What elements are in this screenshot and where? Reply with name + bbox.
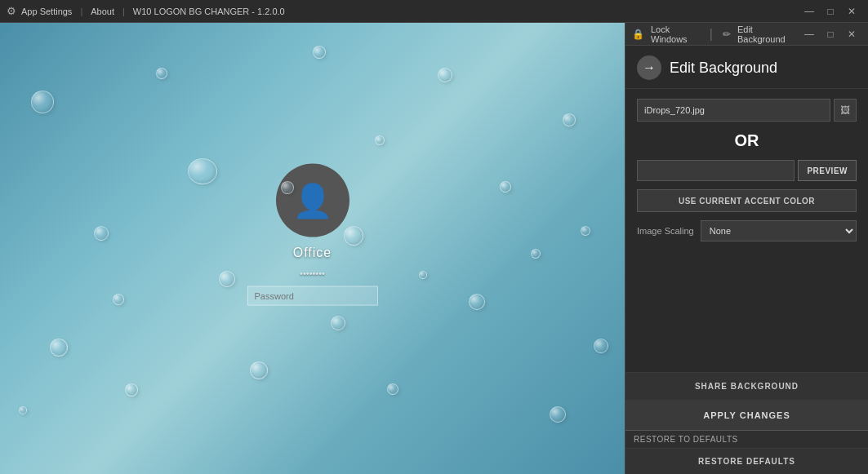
water-drop <box>438 68 452 82</box>
restore-defaults-button[interactable]: RESTORE DEFAULTS <box>625 448 868 474</box>
avatar: 👤 <box>276 163 349 237</box>
title-bar-buttons: — □ ✕ <box>799 3 861 20</box>
water-drop <box>94 226 109 241</box>
panel-close-button[interactable]: ✕ <box>842 26 861 42</box>
use-accent-color-button[interactable]: USE CURRENT ACCENT COLOR <box>637 189 857 212</box>
title-bar: ⚙ App Settings | About | W10 LOGON BG CH… <box>0 0 868 23</box>
edit-background-tab[interactable]: Edit Background <box>737 24 793 44</box>
scaling-select[interactable]: None Fill Fit Stretch Tile Center <box>701 220 857 241</box>
file-input[interactable] <box>637 99 830 122</box>
scaling-label: Image Scaling <box>637 226 694 236</box>
panel-footer: SHARE BACKGROUND APPLY CHANGES RESTORE T… <box>625 372 868 474</box>
panel-header: → Edit Background <box>625 46 868 89</box>
water-drop <box>219 271 235 287</box>
panel-sep: | <box>710 27 713 42</box>
file-browse-button[interactable]: 🖼 <box>834 99 857 122</box>
water-drop <box>594 339 608 353</box>
panel-title-btns: — □ ✕ <box>799 26 861 42</box>
avatar-icon: 👤 <box>292 184 333 216</box>
share-background-button[interactable]: SHARE BACKGROUND <box>625 373 868 401</box>
water-drop <box>113 294 124 305</box>
panel-content: 🖼 OR PREVIEW USE CURRENT ACCENT COLOR Im… <box>625 89 868 372</box>
app-icon: ⚙ <box>7 5 16 17</box>
water-drop <box>375 135 385 145</box>
or-label: OR <box>637 130 857 152</box>
water-drop <box>281 181 294 194</box>
menu-app-settings[interactable]: App Settings <box>21 7 72 16</box>
maximize-button[interactable]: □ <box>821 3 840 20</box>
water-drop <box>188 158 217 184</box>
title-bar-left: ⚙ App Settings | About | W10 LOGON BG CH… <box>7 5 285 17</box>
panel-maximize-button[interactable]: □ <box>821 26 840 42</box>
water-drop <box>156 68 167 79</box>
sep2: | <box>122 7 125 16</box>
water-drop <box>331 316 345 330</box>
spacer <box>637 250 857 362</box>
water-drop <box>125 383 138 396</box>
water-drop <box>31 91 54 113</box>
minimize-button[interactable]: — <box>799 3 819 20</box>
water-drop <box>387 383 398 395</box>
preview-button[interactable]: PREVIEW <box>798 160 857 181</box>
water-drop <box>531 249 541 259</box>
water-drop <box>19 406 27 414</box>
image-icon: 🖼 <box>840 104 850 116</box>
main-layout: 👤 Office •••••••• 🔒 Lock Windows | ✏ Edi… <box>0 23 868 474</box>
password-input[interactable] <box>247 286 378 305</box>
apply-changes-button[interactable]: APPLY CHANGES <box>625 401 868 430</box>
water-drop <box>313 46 326 59</box>
user-subtitle: •••••••• <box>300 268 325 277</box>
lock-label: Lock Windows <box>651 24 700 44</box>
water-drop <box>250 361 268 379</box>
sep1: | <box>80 7 82 16</box>
water-drop <box>550 406 566 423</box>
panel-minimize-button[interactable]: — <box>799 26 819 42</box>
panel-titlebar: 🔒 Lock Windows | ✏ Edit Background — □ ✕ <box>625 23 868 46</box>
water-drop <box>500 181 511 193</box>
water-drop <box>563 113 576 126</box>
preview-pane: 👤 Office •••••••• <box>0 23 625 474</box>
color-swatch[interactable] <box>637 160 795 181</box>
file-row: 🖼 <box>637 99 857 122</box>
panel-title: Edit Background <box>670 60 777 77</box>
app-title: W10 LOGON BG CHANGER - 1.2.0.0 <box>133 7 285 16</box>
lock-icon: 🔒 <box>632 29 644 40</box>
water-drop <box>419 271 427 279</box>
user-name: Office <box>293 245 332 259</box>
water-drop <box>581 226 590 236</box>
back-button[interactable]: → <box>637 55 661 80</box>
restore-section: RESTORE TO DEFAULTS RESTORE DEFAULTS <box>625 430 868 474</box>
water-drop <box>50 339 68 357</box>
close-button[interactable]: ✕ <box>842 3 861 20</box>
scaling-row: Image Scaling None Fill Fit Stretch Tile… <box>637 220 857 241</box>
menu-about[interactable]: About <box>91 7 114 16</box>
water-drop <box>469 294 485 310</box>
edit-icon: ✏ <box>723 29 731 40</box>
water-drop <box>344 226 363 246</box>
color-row: PREVIEW <box>637 160 857 181</box>
restore-header: RESTORE TO DEFAULTS <box>625 431 868 448</box>
right-panel: 🔒 Lock Windows | ✏ Edit Background — □ ✕… <box>625 23 868 474</box>
